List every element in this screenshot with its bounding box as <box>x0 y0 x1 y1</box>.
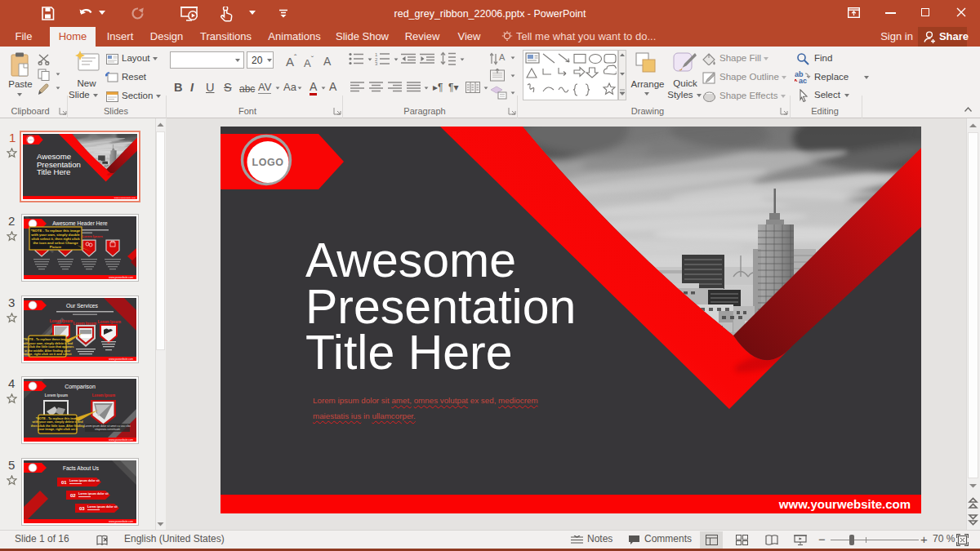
svg-text:with your own, simply double: with your own, simply double <box>30 233 80 237</box>
svg-text:Picture: Picture <box>50 245 62 249</box>
svg-text:Lorem ipsum dolor sit: Lorem ipsum dolor sit <box>87 505 118 509</box>
svg-text:3: 3 <box>375 61 378 65</box>
svg-text:with your own, simply delete i: with your own, simply delete it and <box>24 342 74 345</box>
svg-text:in the middle. After finding y: in the middle. After finding your <box>24 349 71 353</box>
svg-text:01: 01 <box>61 480 67 485</box>
svg-text:www.yourwebsite.com: www.yourwebsite.com <box>109 438 133 442</box>
svg-text:*NOTE - To replace this image: *NOTE - To replace this image <box>31 229 81 233</box>
svg-text:ac: ac <box>799 77 807 84</box>
svg-text:www.yourwebsite.com: www.yourwebsite.com <box>109 520 133 523</box>
svg-text:your image, right click on it: your image, right click on it <box>38 428 78 431</box>
svg-text:Facts About Us: Facts About Us <box>63 465 100 471</box>
svg-text:Lorem ipsum dolor sit amet cu: Lorem ipsum dolor sit amet cu usu cibo <box>84 424 131 428</box>
svg-text:vituperata constituam: vituperata constituam <box>95 428 120 431</box>
svg-text:image, right click on it and s: image, right click on it and select <box>24 353 72 356</box>
svg-text:click select it, then right cl: click select it, then right click <box>31 237 80 241</box>
svg-text:with your own, simply delete i: with your own, simply delete it and <box>31 420 83 424</box>
svg-text:Lorem Ipsum: Lorem Ipsum <box>98 320 121 324</box>
svg-text:Lorem Ipsum: Lorem Ipsum <box>82 234 103 238</box>
svg-text:the icon and select Change: the icon and select Change <box>33 241 78 245</box>
svg-text:Lorem Ipsum: Lorem Ipsum <box>50 319 73 323</box>
svg-text:then click the little icon tha: then click the little icon that appears <box>24 345 74 349</box>
svg-text:www.yourwebsite.com: www.yourwebsite.com <box>109 276 133 279</box>
svg-text:02: 02 <box>70 493 76 498</box>
svg-text:Lorem Ipsum: Lorem Ipsum <box>92 393 115 398</box>
svg-text:*NOTE - To replace this image: *NOTE - To replace this image <box>36 417 79 420</box>
svg-text:then click the little icon. Af: then click the little icon. After findin… <box>31 424 85 428</box>
svg-text:03: 03 <box>79 506 85 511</box>
svg-text:Lorem ipsum dolor sit: Lorem ipsum dolor sit <box>78 492 109 495</box>
svg-text:Awesome Header Here: Awesome Header Here <box>52 220 108 226</box>
svg-text:Comparison: Comparison <box>65 384 96 390</box>
svg-text:*NOTE - To replace these image: *NOTE - To replace these images <box>24 338 71 341</box>
svg-text:www.yourwebsite.com: www.yourwebsite.com <box>109 358 133 361</box>
svg-text:Our Services: Our Services <box>66 303 99 309</box>
svg-text:A: A <box>499 52 506 62</box>
svg-text:Lorem Ipsum: Lorem Ipsum <box>45 393 68 398</box>
svg-text:Lorem ipsum dolor sit: Lorem ipsum dolor sit <box>69 479 100 482</box>
